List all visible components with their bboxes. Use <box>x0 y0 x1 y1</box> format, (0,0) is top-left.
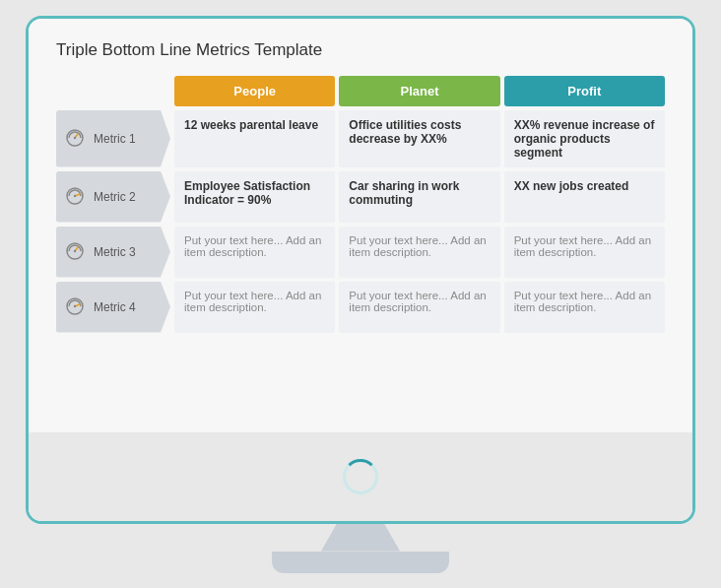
col-header-profit: Profit <box>504 76 665 106</box>
metric-label-text-4: Metric 4 <box>94 300 136 314</box>
metric-label-2: Metric 2 <box>56 171 170 223</box>
cell-profit-1: XX% revenue increase of organic products… <box>504 110 665 167</box>
svg-point-11 <box>74 305 76 307</box>
cell-planet-2: Car sharing in work commuting <box>339 171 499 223</box>
metric-label-1: Metric 1 <box>56 110 170 167</box>
monitor-screen: Triple Bottom Line Metrics Template Peop… <box>26 16 695 524</box>
col-header-people: People <box>174 76 335 106</box>
cell-profit-3: Put your text here... Add an item descri… <box>504 227 665 278</box>
cell-profit-4: Put your text here... Add an item descri… <box>504 282 665 333</box>
cell-profit-2: XX new jobs created <box>504 171 665 223</box>
monitor-stand-base <box>272 552 449 573</box>
table-rows: Metric 1 12 weeks parental leave Office … <box>56 110 665 333</box>
gauge-icon-3 <box>64 238 86 265</box>
metric-label-text-2: Metric 2 <box>94 190 136 204</box>
col-header-planet: Planet <box>339 76 499 106</box>
table-row: Metric 1 12 weeks parental leave Office … <box>56 110 665 167</box>
svg-point-8 <box>74 250 76 252</box>
metric-label-text-3: Metric 3 <box>94 245 136 259</box>
table-row: Metric 3 Put your text here... Add an it… <box>56 227 665 278</box>
speed-icon-4 <box>64 294 86 320</box>
monitor-wrapper: Triple Bottom Line Metrics Template Peop… <box>26 16 695 573</box>
bottom-area <box>29 432 692 521</box>
table-row: Metric 2 Employee Satisfaction Indicator… <box>56 171 665 223</box>
table-container: People Planet Profit <box>56 76 665 333</box>
cell-people-4: Put your text here... Add an item descri… <box>174 282 335 333</box>
metric-label-3: Metric 3 <box>56 227 170 278</box>
slide-title: Triple Bottom Line Metrics Template <box>56 40 665 60</box>
table-header-row: People Planet Profit <box>174 76 665 106</box>
monitor-stand-neck <box>321 524 400 552</box>
cell-planet-3: Put your text here... Add an item descri… <box>339 227 499 278</box>
gauge-icon-1 <box>64 125 86 152</box>
svg-point-2 <box>74 137 76 139</box>
loading-spinner <box>343 459 378 494</box>
cell-people-1: 12 weeks parental leave <box>174 110 335 167</box>
speed-icon-2 <box>64 183 86 210</box>
table-row: Metric 4 Put your text here... Add an it… <box>56 282 665 333</box>
cell-planet-4: Put your text here... Add an item descri… <box>339 282 499 333</box>
metric-label-text-1: Metric 1 <box>94 132 136 146</box>
cell-planet-1: Office utilities costs decrease by XX% <box>339 110 499 167</box>
svg-point-5 <box>74 195 76 197</box>
cell-people-3: Put your text here... Add an item descri… <box>174 227 335 278</box>
metric-label-4: Metric 4 <box>56 282 170 333</box>
slide-area: Triple Bottom Line Metrics Template Peop… <box>29 19 692 432</box>
cell-people-2: Employee Satisfaction Indicator = 90% <box>174 171 335 223</box>
